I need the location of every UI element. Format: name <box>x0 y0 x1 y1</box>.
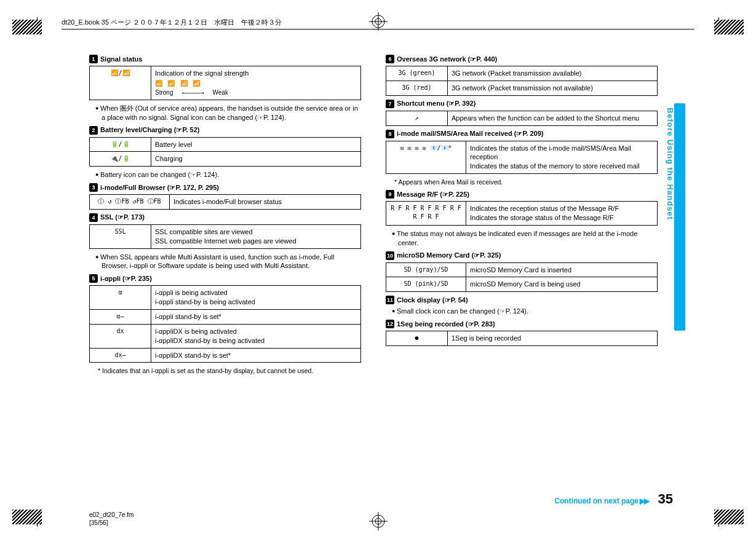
footer-line2: [35/56] <box>89 519 133 527</box>
sd-pink-desc: microSD Memory Card is being used <box>466 277 658 292</box>
iappli-r2-d: i-αppli stand-by is set* <box>151 309 361 324</box>
table-mail: ✉ ✉ ✉ ✉ 📧/📧*Indicates the status of the … <box>386 141 658 175</box>
table-imode-browser: ⓘ ↺ ⓘFB ↺FB ⓘFBIndicates i-mode/Full bro… <box>89 194 361 210</box>
section-8-title-text: i-mode mail/SMS/Area Mail received (☞P. … <box>397 130 543 138</box>
section-9-title-text: Message R/F (☞P. 225) <box>397 191 469 199</box>
badge-6: 6 <box>386 55 394 63</box>
battery-note: Battery icon can be changed (☞P. 124). <box>95 170 361 179</box>
crop-mark-tl <box>25 17 49 42</box>
ssl-note: When SSL appears while Multi Assistant i… <box>95 253 361 271</box>
section-1-title-text: Signal status <box>100 55 142 63</box>
side-tab <box>674 103 685 331</box>
iappli-r2-i: α̶ <box>90 309 151 324</box>
footer: e02_dt20_7e.fm [35/56] <box>89 511 133 527</box>
section-10-title: 10 microSD Memory Card (☞P. 325) <box>386 251 658 260</box>
section-7-title-text: Shortcut menu (☞P. 392) <box>397 100 475 108</box>
table-microsd: SD (gray)/SDmicroSD Memory Card is inser… <box>386 262 658 293</box>
signal-note: When 圏外 (Out of service area) appears, t… <box>95 104 361 122</box>
signal-desc: Indication of the signal strength 📶 📶 📶 … <box>151 66 361 100</box>
iappli-footnote: * Indicates that an i-αppli is set as th… <box>98 366 361 375</box>
crop-mark-bl <box>25 502 49 527</box>
section-7-title: 7 Shortcut menu (☞P. 392) <box>386 100 658 108</box>
table-battery: 🔋/🔋Battery level 🔌/🔋Charging <box>89 137 361 167</box>
registration-hatch-bl <box>12 510 42 524</box>
badge-1: 1 <box>89 55 98 63</box>
section-12-title: 12 1Seg being recorded (☞P. 283) <box>386 320 658 328</box>
iappli-r3-i: dx <box>90 324 151 348</box>
page-number: 35 <box>658 491 673 507</box>
badge-11: 11 <box>386 296 394 304</box>
page-content: 1 Signal status 📶/📶 Indication of the si… <box>89 52 658 379</box>
svg-point-4 <box>372 515 384 527</box>
iappli-r4-d: i-αppliDX stand-by is set* <box>151 348 361 363</box>
battery-desc: Battery level <box>151 137 361 152</box>
charging-desc: Charging <box>151 152 361 167</box>
badge-4: 4 <box>89 213 98 222</box>
signal-icons: 📶/📶 <box>90 66 151 100</box>
crop-mark-tr <box>707 17 731 42</box>
table-3g: 3G (green)3G network (Packet transmissio… <box>386 66 658 96</box>
registration-hatch-tl <box>12 20 42 34</box>
section-2-title: 2 Battery level/Charging (☞P. 52) <box>89 126 361 135</box>
charging-icons: 🔌/🔋 <box>90 152 151 167</box>
signal-strength-scale: 📶 📶 📶 📶 <box>155 79 357 88</box>
ssl-desc: SSL compatible sites are viewed SSL comp… <box>151 224 361 248</box>
badge-8: 8 <box>386 130 394 138</box>
table-iappli: αi-αppli is being activated i-αppli stan… <box>89 285 361 363</box>
section-3-title: 3 i-mode/Full Browser (☞P. 172, P. 295) <box>89 183 361 192</box>
table-shortcut: ↗Appears when the function can be added … <box>386 111 658 126</box>
1seg-icon: ● <box>386 331 448 346</box>
continued-arrow-icon: ▶▶ <box>640 497 648 505</box>
right-column: 6 Overseas 3G network (☞P. 440) 3G (gree… <box>386 52 658 379</box>
signal-bars-icons: 📶 📶 📶 📶 <box>155 79 200 88</box>
badge-5: 5 <box>89 274 98 283</box>
iappli-r1-d: i-αppli is being activated i-αppli stand… <box>151 286 361 310</box>
section-6-title-text: Overseas 3G network (☞P. 440) <box>397 55 497 63</box>
table-ssl: SSLSSL compatible sites are viewed SSL c… <box>89 224 361 249</box>
badge-12: 12 <box>386 320 394 328</box>
registration-hatch-br <box>714 510 744 524</box>
1seg-desc: 1Seg is being recorded <box>448 331 658 346</box>
registration-target-bottom <box>369 512 388 532</box>
signal-weak-label: Weak <box>213 89 228 97</box>
sd-gray-icon: SD (gray)/SD <box>386 262 466 277</box>
mail-icons: ✉ ✉ ✉ ✉ 📧/📧* <box>386 141 466 174</box>
3g-red-desc: 3G network (Packet transmission not avai… <box>448 81 658 95</box>
table-signal-status: 📶/📶 Indication of the signal strength 📶 … <box>89 66 361 100</box>
section-3-title-text: i-mode/Full Browser (☞P. 172, P. 295) <box>100 184 219 192</box>
section-2-title-text: Battery level/Charging (☞P. 52) <box>100 126 199 134</box>
section-5-title-text: i-αppli (☞P. 235) <box>100 275 152 283</box>
continued-label: Continued on next page▶▶ <box>554 497 648 505</box>
badge-7: 7 <box>386 100 394 108</box>
section-10-title-text: microSD Memory Card (☞P. 325) <box>397 251 501 259</box>
crop-mark-br <box>707 502 731 527</box>
badge-10: 10 <box>386 251 394 260</box>
section-4-title-text: SSL (☞P. 173) <box>100 213 145 221</box>
section-11-title-text: Clock display (☞P. 54) <box>397 296 468 304</box>
section-4-title: 4 SSL (☞P. 173) <box>89 213 361 222</box>
left-column: 1 Signal status 📶/📶 Indication of the si… <box>89 52 361 379</box>
side-tab-text: Before Using the Handset <box>666 108 675 220</box>
svg-point-5 <box>375 518 381 524</box>
shortcut-icon: ↗ <box>386 111 448 125</box>
footer-line1: e02_dt20_7e.fm <box>89 511 133 519</box>
shortcut-desc: Appears when the function can be added t… <box>448 111 658 125</box>
signal-strong-label: Strong <box>155 89 173 97</box>
iappli-r4-i: dx̶ <box>90 348 151 363</box>
section-8-title: 8 i-mode mail/SMS/Area Mail received (☞P… <box>386 130 658 138</box>
sd-gray-desc: microSD Memory Card is inserted <box>466 262 658 277</box>
battery-icons: 🔋/🔋 <box>90 137 151 152</box>
imode-desc: Indicates i-mode/Full browser status <box>170 195 361 210</box>
3g-red-icon: 3G (red) <box>386 81 448 95</box>
signal-arrow-icon: ←――――→ <box>181 89 204 97</box>
table-message-rf: R F R F R F R F R F R F R FIndicates the… <box>386 201 658 226</box>
section-6-title: 6 Overseas 3G network (☞P. 440) <box>386 55 658 63</box>
iappli-r1-i: α <box>90 286 151 310</box>
ssl-icon: SSL <box>90 224 151 248</box>
section-11-title: 11 Clock display (☞P. 54) <box>386 296 658 304</box>
sd-pink-icon: SD (pink)/SD <box>386 277 466 292</box>
signal-strength-labels: Strong ←――――→ Weak <box>155 89 357 97</box>
section-9-title: 9 Message R/F (☞P. 225) <box>386 190 658 199</box>
table-1seg: ●1Seg is being recorded <box>386 331 658 346</box>
mail-footnote: * Appears when Area Mail is received. <box>394 178 658 186</box>
